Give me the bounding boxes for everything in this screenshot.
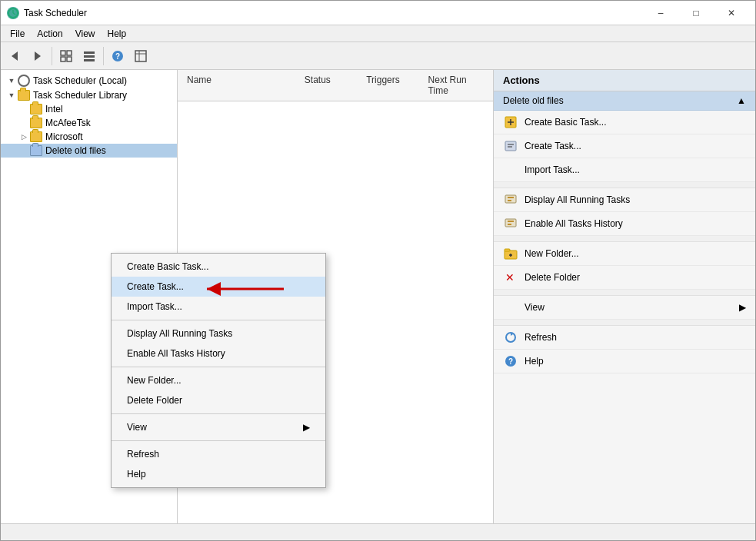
action-view[interactable]: View ▶ [494, 296, 755, 320]
menu-view[interactable]: View [69, 27, 102, 41]
action-sep-4 [494, 320, 755, 326]
svg-line-2 [13, 13, 15, 15]
toolbar-details-button[interactable] [130, 45, 152, 67]
tree-library-label: Task Scheduler Library [33, 90, 127, 101]
refresh-label: Refresh [525, 332, 557, 343]
svg-rect-30 [505, 249, 510, 251]
action-create-task[interactable]: Create Task... [494, 134, 755, 158]
toolbar-forward-button[interactable] [27, 45, 48, 67]
ctx-view-arrow: ▶ [303, 422, 310, 433]
tree-root-label: Task Scheduler (Local) [33, 75, 127, 86]
action-display-running[interactable]: Display All Running Tasks [494, 188, 755, 212]
title-bar: Task Scheduler – □ ✕ [1, 1, 755, 25]
ctx-help-label: Help [127, 469, 146, 480]
tree-mcafee-label: McAfeeTsk [45, 118, 91, 128]
maximize-button[interactable]: □ [678, 1, 714, 25]
help-icon: ? [503, 353, 518, 369]
tree-item-root[interactable]: ▼ Task Scheduler (Local) [1, 73, 177, 88]
view-icon [503, 300, 518, 315]
create-basic-task-icon [503, 115, 518, 130]
delete-folder-action-icon: ✕ [503, 270, 518, 285]
app-icon [7, 7, 19, 19]
ctx-sep-3 [112, 413, 325, 414]
main-window: Task Scheduler – □ ✕ File Action View He… [0, 0, 756, 541]
svg-rect-7 [61, 57, 65, 61]
tree-delete-label: Delete old files [45, 145, 106, 156]
help-label: Help [525, 356, 544, 367]
tree-item-library[interactable]: ▼ Task Scheduler Library [1, 88, 177, 102]
ctx-help[interactable]: Help [112, 464, 325, 484]
section-collapse-icon[interactable]: ▲ [737, 95, 746, 106]
ctx-refresh-label: Refresh [127, 449, 159, 460]
ctx-create-task[interactable]: Create Task... [112, 277, 325, 297]
view-label: View [525, 302, 545, 313]
action-create-basic-task[interactable]: Create Basic Task... [494, 111, 755, 134]
ctx-refresh[interactable]: Refresh [112, 444, 325, 464]
create-task-icon [503, 138, 518, 154]
right-panel: Actions Delete old files ▲ Create Basic … [494, 70, 755, 523]
menu-help[interactable]: Help [102, 27, 133, 41]
svg-rect-25 [508, 200, 511, 201]
tree-item-intel[interactable]: ▷ Intel [1, 102, 177, 116]
action-refresh[interactable]: Refresh [494, 326, 755, 350]
create-task-label: Create Task... [525, 141, 581, 151]
toolbar-help-button[interactable]: ? [107, 45, 128, 67]
ctx-enable-history[interactable]: Enable All Tasks History [112, 344, 325, 363]
col-next-run-time: Next Run Time [425, 73, 487, 98]
actions-header: Actions [494, 70, 755, 91]
svg-rect-8 [67, 57, 72, 61]
svg-rect-26 [505, 219, 516, 227]
action-import-task[interactable]: Import Task... [494, 158, 755, 182]
toolbar-list-button[interactable] [78, 45, 100, 67]
ctx-delete-folder-label: Delete Folder [127, 395, 182, 406]
action-help[interactable]: ? Help [494, 350, 755, 373]
expand-root-arrow[interactable]: ▼ [7, 76, 16, 85]
tree-item-delete-old-files[interactable]: ▷ Delete old files [1, 144, 177, 158]
create-basic-task-label: Create Basic Task... [525, 117, 607, 128]
col-status: Status [301, 73, 363, 98]
expand-microsoft-arrow[interactable]: ▷ [19, 132, 28, 141]
svg-rect-14 [135, 51, 146, 61]
action-sep-1 [494, 182, 755, 188]
ctx-new-folder-label: New Folder... [127, 375, 182, 386]
action-enable-history[interactable]: Enable All Tasks History [494, 212, 755, 236]
actions-section-label: Delete old files [503, 95, 564, 106]
ctx-enable-history-label: Enable All Tasks History [127, 348, 225, 359]
ctx-delete-folder[interactable]: Delete Folder [112, 390, 325, 410]
tree-item-microsoft[interactable]: ▷ Microsoft [1, 130, 177, 144]
minimize-button[interactable]: – [643, 1, 678, 25]
svg-rect-10 [84, 55, 95, 58]
new-folder-label: New Folder... [525, 248, 579, 259]
svg-rect-6 [67, 51, 72, 55]
tree-item-mcafeetsk[interactable]: ▷ McAfeeTsk [1, 116, 177, 130]
ctx-create-basic-task[interactable]: Create Basic Task... [112, 257, 325, 277]
action-new-folder[interactable]: New Folder... [494, 242, 755, 266]
delete-folder-icon [30, 145, 42, 156]
svg-rect-20 [505, 141, 516, 151]
ctx-display-running[interactable]: Display All Running Tasks [112, 324, 325, 344]
close-button[interactable]: ✕ [714, 1, 749, 25]
menu-action[interactable]: Action [31, 27, 68, 41]
ctx-import-task[interactable]: Import Task... [112, 297, 325, 317]
enable-history-icon [503, 216, 518, 231]
col-name: Name [184, 73, 301, 98]
svg-marker-4 [35, 51, 41, 61]
toolbar-grid-button[interactable] [55, 45, 77, 67]
action-delete-folder[interactable]: ✕ Delete Folder [494, 266, 755, 290]
expand-library-arrow[interactable]: ▼ [7, 91, 16, 100]
toolbar-separator-2 [103, 47, 104, 65]
menu-file[interactable]: File [4, 27, 31, 41]
toolbar-back-button[interactable] [4, 45, 25, 67]
ctx-create-basic-task-label: Create Basic Task... [127, 261, 209, 272]
svg-marker-3 [12, 51, 18, 61]
window-controls: – □ ✕ [643, 1, 749, 25]
table-header: Name Status Triggers Next Run Time [178, 70, 493, 101]
context-menu: Create Basic Task... Create Task... Impo… [111, 253, 326, 488]
ctx-view[interactable]: View ▶ [112, 417, 325, 437]
svg-rect-11 [84, 59, 95, 61]
svg-text:?: ? [508, 357, 513, 366]
status-bar [1, 523, 755, 540]
svg-rect-28 [508, 224, 511, 225]
ctx-new-folder[interactable]: New Folder... [112, 370, 325, 390]
title-bar-left: Task Scheduler [7, 7, 87, 19]
